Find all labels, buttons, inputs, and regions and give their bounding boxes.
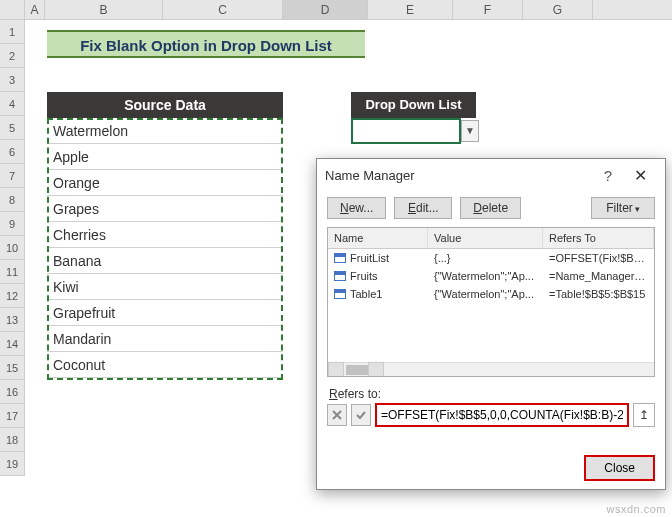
row-header[interactable]: 14	[0, 332, 25, 356]
source-data-list: WatermelonAppleOrangeGrapesCherriesBanan…	[47, 118, 283, 378]
range-picker-icon[interactable]: ↥	[633, 403, 655, 427]
row-header[interactable]: 4	[0, 92, 25, 116]
row-header[interactable]: 16	[0, 380, 25, 404]
col-header-F[interactable]: F	[453, 0, 523, 19]
chevron-down-icon: ▾	[635, 204, 640, 214]
col-header-G[interactable]: G	[523, 0, 593, 19]
list-item[interactable]: Cherries	[47, 222, 283, 248]
dialog-toolbar: New... Edit... Delete Filter▾	[317, 191, 665, 225]
row-header[interactable]: 10	[0, 236, 25, 260]
row-header[interactable]: 12	[0, 284, 25, 308]
row-header[interactable]: 7	[0, 164, 25, 188]
new-button[interactable]: New...	[327, 197, 386, 219]
dialog-title: Name Manager	[325, 168, 415, 183]
row-header[interactable]: 17	[0, 404, 25, 428]
list-item[interactable]: Kiwi	[47, 274, 283, 300]
refers-to-row: ↥	[317, 403, 665, 427]
filter-button[interactable]: Filter▾	[591, 197, 655, 219]
confirm-edit-icon[interactable]	[351, 404, 371, 426]
col-value[interactable]: Value	[428, 228, 543, 248]
col-header-C[interactable]: C	[163, 0, 283, 19]
refers-to-label: Refers to:	[317, 383, 665, 403]
select-all-corner[interactable]	[0, 0, 25, 19]
cancel-edit-icon[interactable]	[327, 404, 347, 426]
row-header[interactable]: 11	[0, 260, 25, 284]
name-manager-dialog: Name Manager ? ✕ New... Edit... Delete F…	[316, 158, 666, 490]
row-header[interactable]: 6	[0, 140, 25, 164]
list-item[interactable]: Banana	[47, 248, 283, 274]
row-header[interactable]: 15	[0, 356, 25, 380]
table-icon	[334, 271, 346, 281]
row-header[interactable]: 18	[0, 428, 25, 452]
col-header-D[interactable]: D	[283, 0, 368, 19]
close-icon[interactable]: ✕	[623, 166, 657, 185]
list-item[interactable]: Grapefruit	[47, 300, 283, 326]
dialog-titlebar[interactable]: Name Manager ? ✕	[317, 159, 665, 191]
table-row[interactable]: Table1{"Watermelon";"Ap...=Table!$B$5:$B…	[328, 285, 654, 303]
row-header[interactable]: 9	[0, 212, 25, 236]
name-list[interactable]: Name Value Refers To FruitList{...}=OFFS…	[327, 227, 655, 377]
row-header[interactable]: 1	[0, 20, 25, 44]
table-icon	[334, 289, 346, 299]
row-header[interactable]: 13	[0, 308, 25, 332]
dropdown-cell[interactable]	[351, 118, 461, 144]
list-item[interactable]: Apple	[47, 144, 283, 170]
list-item[interactable]: Coconut	[47, 352, 283, 378]
list-item[interactable]: Grapes	[47, 196, 283, 222]
list-item[interactable]: Watermelon	[47, 118, 283, 144]
row-header[interactable]: 8	[0, 188, 25, 212]
dropdown-arrow-button[interactable]: ▼	[461, 120, 479, 142]
close-button[interactable]: Close	[584, 455, 655, 481]
list-item[interactable]: Mandarin	[47, 326, 283, 352]
list-item[interactable]: Orange	[47, 170, 283, 196]
list-header: Name Value Refers To	[328, 228, 654, 249]
col-name[interactable]: Name	[328, 228, 428, 248]
column-headers-row: A B C D E F G	[0, 0, 672, 20]
row-header[interactable]: 19	[0, 452, 25, 476]
refers-to-input[interactable]	[375, 403, 629, 427]
col-header-B[interactable]: B	[45, 0, 163, 19]
dropdown-header: Drop Down List	[351, 92, 476, 118]
row-header[interactable]: 2	[0, 44, 25, 68]
table-row[interactable]: FruitList{...}=OFFSET(Fix!$B$5,...	[328, 249, 654, 267]
col-header-A[interactable]: A	[25, 0, 45, 19]
table-icon	[334, 253, 346, 263]
source-data-header: Source Data	[47, 92, 283, 118]
table-row[interactable]: Fruits{"Watermelon";"Ap...=Name_Manager!…	[328, 267, 654, 285]
edit-button[interactable]: Edit...	[394, 197, 452, 219]
col-header-E[interactable]: E	[368, 0, 453, 19]
title-banner: Fix Blank Option in Drop Down List	[47, 30, 365, 58]
spreadsheet-grid: A B C D E F G 12345678910111213141516171…	[0, 0, 672, 517]
row-header[interactable]: 3	[0, 68, 25, 92]
help-icon[interactable]: ?	[593, 167, 623, 184]
col-refers[interactable]: Refers To	[543, 228, 654, 248]
row-header[interactable]: 5	[0, 116, 25, 140]
delete-button[interactable]: Delete	[460, 197, 521, 219]
horizontal-scrollbar[interactable]	[328, 362, 654, 376]
watermark: wsxdn.com	[606, 503, 666, 515]
